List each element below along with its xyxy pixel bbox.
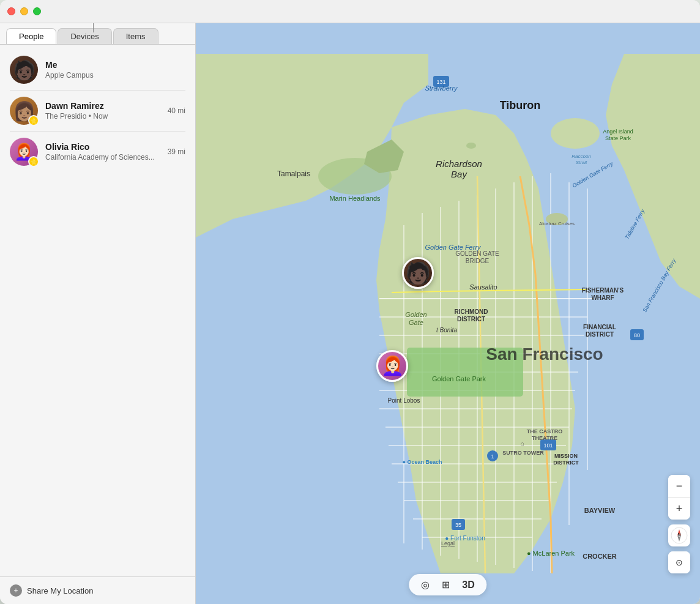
map-svg: 131 1 101 80 35 Strawberry Tiburon Tamal… (196, 23, 700, 604)
sidebar: Localizați prietenii, dispozitivele sau … (0, 23, 196, 604)
zoom-out-button[interactable]: − (668, 475, 690, 497)
tabs-container: People Devices Items (0, 23, 195, 44)
svg-text:Sausalito: Sausalito (469, 283, 497, 291)
compass-button[interactable]: N (668, 524, 690, 546)
svg-text:Richardson: Richardson (436, 158, 482, 169)
contact-distance-olivia: 39 mi (168, 147, 185, 156)
location-toolbar-btn[interactable]: ◎ (421, 579, 430, 591)
pin-avatar-me: 🧑🏿 (402, 257, 434, 289)
svg-text:80: 80 (634, 332, 640, 338)
svg-text:Angel Island: Angel Island (603, 129, 633, 135)
svg-text:SUTRO TOWER: SUTRO TOWER (502, 450, 544, 456)
avatar-container-olivia: 👩🏻‍🦰 ⭐ (10, 138, 38, 166)
location-icon: ◎ (421, 579, 430, 591)
svg-text:Golden Gate Ferry: Golden Gate Ferry (425, 244, 482, 251)
map-toolbar: ◎ ⊞ 3D (409, 574, 486, 595)
tab-people[interactable]: People (6, 28, 56, 44)
tabs-border (0, 44, 195, 45)
contact-list: 🧑🏿 Me Apple Campus 👩🏽 ⭐ Dawn Ram (0, 45, 195, 576)
svg-text:BAYVIEW: BAYVIEW (584, 507, 616, 514)
tab-devices[interactable]: Devices (58, 28, 111, 44)
svg-text:Golden: Golden (405, 311, 426, 318)
share-label: Share My Location (27, 586, 93, 595)
map-view-btn[interactable]: ⊞ (442, 579, 450, 591)
svg-text:Raccoon: Raccoon (572, 154, 591, 159)
svg-text:MISSION: MISSION (554, 453, 578, 459)
map-area[interactable]: 131 1 101 80 35 Strawberry Tiburon Tamal… (196, 23, 700, 604)
svg-text:Golden Gate Park: Golden Gate Park (432, 375, 486, 382)
svg-text:CROCKER: CROCKER (583, 553, 617, 560)
contact-location-olivia: California Academy of Sciences... (45, 153, 168, 162)
svg-text:Legal: Legal (441, 540, 455, 546)
close-button[interactable] (7, 7, 15, 15)
avatar-container-me: 🧑🏿 (10, 56, 38, 84)
minimize-button[interactable] (20, 7, 28, 15)
svg-text:t Bonita: t Bonita (436, 327, 457, 334)
svg-text:1: 1 (491, 453, 494, 460)
threed-icon: 3D (462, 580, 474, 591)
contact-item-dawn[interactable]: 👩🏽 ⭐ Dawn Ramirez The Presidio • Now 40 … (0, 91, 195, 131)
map-controls: − + N (668, 475, 690, 573)
zoom-controls: − + (668, 475, 690, 520)
svg-text:Tiburon: Tiburon (500, 99, 541, 111)
map-view-icon: ⊞ (442, 579, 450, 591)
svg-text:101: 101 (543, 442, 553, 449)
contact-location-dawn: The Presidio • Now (45, 112, 168, 121)
contact-item-me[interactable]: 🧑🏿 Me Apple Campus (0, 50, 195, 90)
tab-items[interactable]: Items (113, 28, 158, 44)
svg-text:FINANCIAL: FINANCIAL (583, 324, 616, 330)
svg-text:RICHMOND: RICHMOND (455, 308, 488, 315)
contact-distance-dawn: 40 mi (168, 106, 185, 115)
svg-text:BRIDGE: BRIDGE (466, 258, 490, 264)
svg-text:GOLDEN GATE: GOLDEN GATE (455, 250, 499, 257)
avatar-me: 🧑🏿 (10, 56, 38, 84)
favorite-badge-dawn: ⭐ (28, 115, 39, 126)
svg-text:Strait: Strait (576, 160, 587, 165)
favorite-badge-olivia: ⭐ (28, 156, 39, 167)
svg-point-1 (551, 118, 600, 149)
svg-text:Point Lobos: Point Lobos (388, 397, 420, 404)
main-content: Localizați prietenii, dispozitivele sau … (0, 23, 700, 604)
map-pin-olivia[interactable]: 👩🏻‍🦰 (376, 350, 408, 382)
svg-text:State Park: State Park (605, 135, 631, 141)
contact-info-dawn: Dawn Ramirez The Presidio • Now (45, 101, 168, 121)
contact-location-me: Apple Campus (45, 71, 185, 80)
zoom-in-button[interactable]: + (668, 498, 690, 520)
share-location[interactable]: + Share My Location (0, 576, 195, 604)
app-window: Localizați prietenii, dispozitivele sau … (0, 0, 700, 604)
contact-name-olivia: Olivia Rico (45, 142, 168, 152)
contact-item-olivia[interactable]: 👩🏻‍🦰 ⭐ Olivia Rico California Academy of… (0, 132, 195, 172)
svg-text:Strawberry: Strawberry (425, 84, 458, 92)
svg-text:FISHERMAN'S: FISHERMAN'S (582, 287, 624, 294)
pin-avatar-olivia: 👩🏻‍🦰 (376, 350, 408, 382)
svg-text:WHARF: WHARF (591, 294, 614, 301)
threed-btn[interactable]: 3D (462, 580, 474, 591)
tilt-button[interactable]: ⊙ (668, 551, 690, 573)
svg-text:N: N (677, 532, 680, 537)
svg-text:● Ocean Beach: ● Ocean Beach (403, 459, 442, 465)
svg-text:Marin Headlands: Marin Headlands (329, 195, 381, 202)
svg-text:Tamalpais: Tamalpais (277, 170, 310, 178)
svg-text:Gate: Gate (409, 319, 423, 326)
contact-info-olivia: Olivia Rico California Academy of Scienc… (45, 142, 168, 162)
tilt-control: ⊙ (668, 551, 690, 573)
svg-text:● McLaren Park: ● McLaren Park (527, 550, 575, 557)
svg-text:San Francisco: San Francisco (486, 345, 603, 364)
svg-text:DISTRICT: DISTRICT (586, 331, 614, 338)
svg-text:Bay: Bay (451, 169, 467, 179)
svg-point-30 (466, 143, 476, 149)
svg-text:THEATRE: THEATRE (532, 435, 557, 441)
title-bar (0, 0, 700, 23)
avatar-container-dawn: 👩🏽 ⭐ (10, 97, 38, 125)
maximize-button[interactable] (33, 7, 41, 15)
svg-text:DISTRICT: DISTRICT (553, 460, 579, 466)
svg-text:⌂: ⌂ (521, 440, 524, 447)
contact-name-dawn: Dawn Ramirez (45, 101, 168, 111)
contact-info-me: Me Apple Campus (45, 60, 185, 80)
compass-icon: N (671, 527, 688, 544)
contact-name-me: Me (45, 60, 185, 70)
share-icon: + (10, 584, 22, 597)
svg-text:Alcatraz Cruises: Alcatraz Cruises (539, 221, 575, 226)
svg-text:THE CASTRO: THE CASTRO (527, 428, 563, 434)
map-pin-me[interactable]: 🧑🏿 (402, 257, 434, 289)
